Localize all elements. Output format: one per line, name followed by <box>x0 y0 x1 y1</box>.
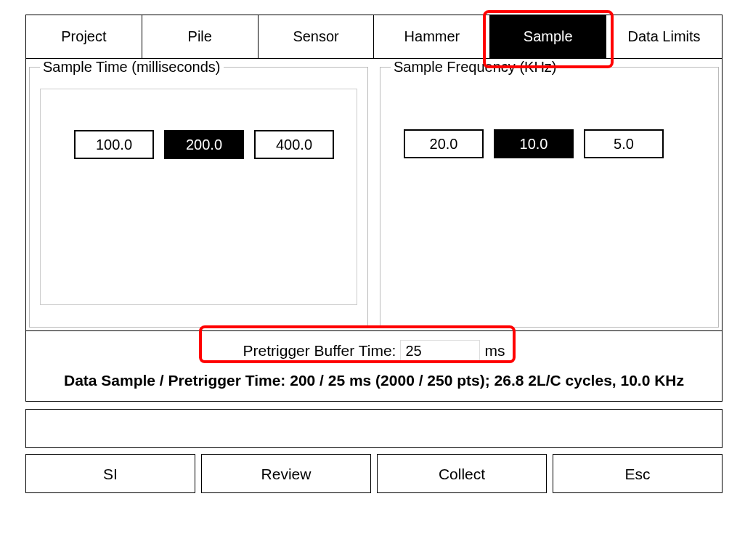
si-button[interactable]: SI <box>25 454 195 493</box>
pretrigger-input[interactable] <box>400 340 480 362</box>
tab-hammer[interactable]: Hammer <box>374 15 490 58</box>
pretrigger-label: Pretrigger Buffer Time: <box>243 342 396 360</box>
tab-data-limits[interactable]: Data Limits <box>606 15 722 58</box>
tab-project[interactable]: Project <box>26 15 142 58</box>
sample-freq-options: 20.0 10.0 5.0 <box>404 129 708 158</box>
sample-time-group: Sample Time (milliseconds) 100.0 200.0 4… <box>29 59 368 328</box>
sample-freq-group: Sample Frequency (KHz) 20.0 10.0 5.0 <box>380 59 719 328</box>
esc-button[interactable]: Esc <box>553 454 723 493</box>
top-tabs: Project Pile Sensor Hammer Sample Data L… <box>25 15 723 59</box>
sample-freq-option-10[interactable]: 10.0 <box>494 129 574 158</box>
sample-freq-option-20[interactable]: 20.0 <box>404 129 484 158</box>
sample-freq-option-5[interactable]: 5.0 <box>584 129 664 158</box>
collect-button[interactable]: Collect <box>377 454 547 493</box>
sample-freq-legend: Sample Frequency (KHz) <box>391 59 560 76</box>
pretrigger-unit: ms <box>484 342 505 360</box>
sample-time-inner: 100.0 200.0 400.0 <box>40 89 357 305</box>
status-line: Data Sample / Pretrigger Time: 200 / 25 … <box>33 372 715 389</box>
tab-sensor[interactable]: Sensor <box>259 15 375 58</box>
sample-time-legend: Sample Time (milliseconds) <box>40 59 224 76</box>
blank-bar <box>25 409 723 448</box>
bottom-button-row: SI Review Collect Esc <box>25 454 723 493</box>
sample-time-option-400[interactable]: 400.0 <box>254 130 334 159</box>
sample-time-option-200[interactable]: 200.0 <box>164 130 244 159</box>
tab-pile[interactable]: Pile <box>142 15 259 58</box>
review-button[interactable]: Review <box>201 454 371 493</box>
sample-time-option-100[interactable]: 100.0 <box>74 130 154 159</box>
tab-sample[interactable]: Sample <box>490 15 606 58</box>
content-area: Sample Time (milliseconds) 100.0 200.0 4… <box>25 59 723 331</box>
sample-time-options: 100.0 200.0 400.0 <box>74 130 342 159</box>
pretrigger-line: Pretrigger Buffer Time: ms <box>33 340 715 362</box>
mid-section: Pretrigger Buffer Time: ms Data Sample /… <box>25 331 723 402</box>
